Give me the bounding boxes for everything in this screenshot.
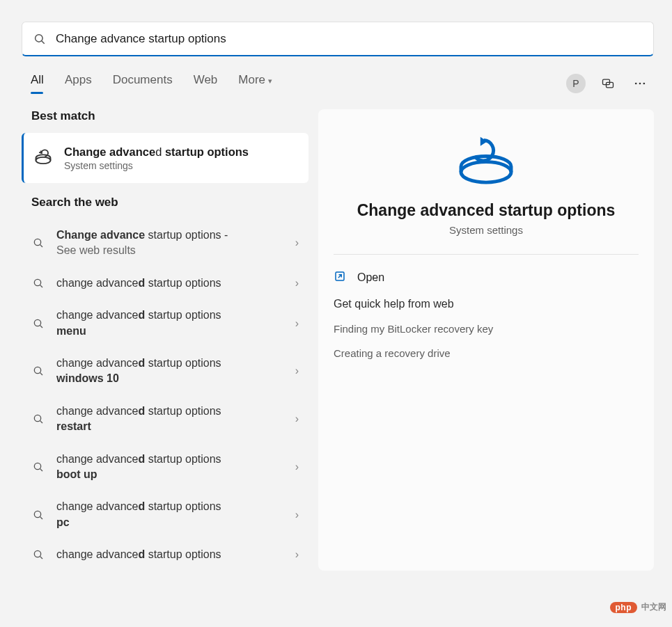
chevron-right-icon: › xyxy=(291,277,303,289)
svg-line-11 xyxy=(40,285,42,287)
recovery-icon xyxy=(26,141,60,175)
help-link[interactable]: Finding my BitLocker recovery key xyxy=(334,323,639,335)
svg-point-6 xyxy=(643,83,646,85)
divider xyxy=(334,254,639,255)
svg-line-23 xyxy=(40,557,42,559)
chevron-right-icon: › xyxy=(291,365,303,377)
svg-line-13 xyxy=(40,325,42,328)
open-icon xyxy=(334,270,346,285)
recovery-icon xyxy=(458,136,515,186)
svg-point-18 xyxy=(34,463,40,469)
search-icon xyxy=(33,365,56,376)
chevron-right-icon: › xyxy=(291,237,303,249)
web-result[interactable]: change advanced startup options boot up … xyxy=(22,443,308,491)
web-result[interactable]: change advanced startup options restart … xyxy=(22,395,308,443)
tab-apps[interactable]: Apps xyxy=(65,73,92,94)
svg-line-17 xyxy=(40,421,42,424)
open-button[interactable]: Open xyxy=(334,266,639,298)
search-box[interactable] xyxy=(22,22,654,56)
svg-line-1 xyxy=(42,40,45,43)
search-icon xyxy=(33,461,56,473)
svg-line-21 xyxy=(40,516,42,519)
best-match-label: Best match xyxy=(31,109,308,123)
avatar[interactable]: P xyxy=(566,74,586,93)
svg-point-20 xyxy=(34,511,40,517)
svg-point-10 xyxy=(34,279,40,285)
search-icon xyxy=(33,278,56,289)
svg-point-22 xyxy=(34,551,40,557)
svg-point-8 xyxy=(34,239,40,246)
svg-line-19 xyxy=(40,468,42,471)
search-web-label: Search the web xyxy=(31,196,308,209)
web-result[interactable]: change advanced startup options menu › xyxy=(22,299,308,347)
tab-all[interactable]: All xyxy=(31,73,44,94)
svg-point-7 xyxy=(36,157,51,164)
svg-line-9 xyxy=(40,245,42,248)
chevron-right-icon: › xyxy=(291,548,303,561)
svg-point-14 xyxy=(34,367,40,374)
svg-point-24 xyxy=(461,162,511,182)
chevron-right-icon: › xyxy=(291,461,303,473)
watermark: php 中文网 xyxy=(610,601,667,613)
help-link[interactable]: Creating a recovery drive xyxy=(334,347,639,359)
web-result[interactable]: change advanced startup options › xyxy=(22,539,308,571)
web-result[interactable]: change advanced startup options pc › xyxy=(22,491,308,539)
web-result[interactable]: change advanced startup options windows … xyxy=(22,347,308,395)
quick-help-label: Get quick help from web xyxy=(334,298,639,310)
web-result[interactable]: change advanced startup options › xyxy=(22,267,308,299)
chat-icon[interactable] xyxy=(598,74,618,93)
web-result[interactable]: Change advance startup options - See web… xyxy=(22,219,308,267)
search-input[interactable] xyxy=(46,32,642,46)
best-match-subtitle: System settings xyxy=(64,160,249,171)
svg-point-16 xyxy=(34,415,40,421)
search-icon xyxy=(33,33,46,45)
search-icon xyxy=(33,549,56,560)
search-icon xyxy=(33,413,56,424)
best-match-item[interactable]: Change advanced startup options System s… xyxy=(22,133,308,183)
svg-marker-25 xyxy=(480,137,487,146)
search-icon xyxy=(33,509,56,521)
svg-point-0 xyxy=(36,34,43,42)
filter-tabs: All Apps Documents Web More▾ xyxy=(31,73,566,94)
chevron-right-icon: › xyxy=(291,413,303,425)
svg-line-15 xyxy=(40,373,42,376)
search-icon xyxy=(33,318,56,329)
more-icon[interactable] xyxy=(630,74,650,93)
best-match-title: Change advanced startup options xyxy=(64,145,249,159)
tab-web[interactable]: Web xyxy=(194,73,218,94)
svg-point-4 xyxy=(635,83,637,85)
chevron-right-icon: › xyxy=(291,509,303,521)
tab-documents[interactable]: Documents xyxy=(113,73,173,94)
svg-point-5 xyxy=(639,83,641,85)
chevron-right-icon: › xyxy=(291,317,303,330)
detail-title: Change advanced startup options xyxy=(334,201,639,220)
tab-more[interactable]: More▾ xyxy=(238,73,272,94)
detail-subtitle: System settings xyxy=(334,224,639,236)
search-icon xyxy=(33,237,56,248)
chevron-down-icon: ▾ xyxy=(268,77,272,85)
svg-point-12 xyxy=(34,319,40,326)
